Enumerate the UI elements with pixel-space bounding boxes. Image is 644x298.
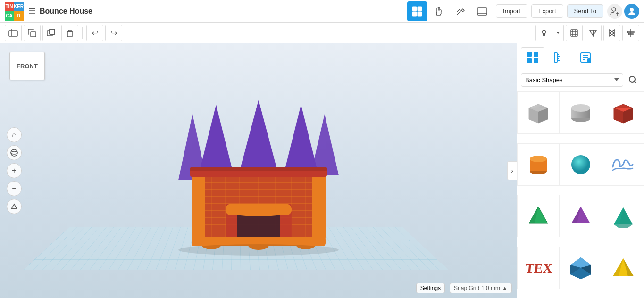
tab-grid[interactable] [521, 47, 544, 68]
svg-rect-67 [226, 204, 292, 215]
flip-btn[interactable] [603, 25, 620, 41]
shape-cylinder-gray[interactable] [560, 91, 602, 134]
shape-pyramid-purple[interactable] [560, 195, 602, 237]
svg-rect-6 [477, 8, 487, 15]
svg-rect-23 [571, 30, 577, 36]
svg-marker-30 [609, 30, 615, 36]
zoom-out-btn[interactable]: − [7, 181, 22, 196]
svg-point-103 [571, 155, 590, 174]
shape-text-red[interactable]: TEXT [517, 247, 560, 289]
align-btn[interactable] [622, 25, 639, 41]
svg-line-22 [547, 30, 547, 30]
nav-mode-icons [407, 1, 492, 21]
zoom-in-btn[interactable]: + [7, 163, 22, 178]
svg-text:TEXT: TEXT [525, 261, 552, 275]
canvas-area[interactable]: FRONT ⌂ + − [0, 43, 517, 298]
camera-controls: ⌂ + − [7, 127, 22, 214]
shape-scribble[interactable] [602, 143, 644, 186]
svg-point-11 [630, 8, 634, 12]
panel-collapse-btn[interactable]: › [507, 161, 517, 180]
svg-rect-74 [534, 52, 538, 57]
svg-marker-28 [590, 30, 593, 36]
shape-category-select[interactable]: Basic Shapes Featured Text & Numbers Con… [521, 73, 623, 87]
snap-grid-label: Snap Grid [454, 285, 479, 291]
toolbar: ↩ ↪ ▾ [0, 23, 644, 43]
svg-rect-3 [418, 12, 422, 16]
user-controls [607, 4, 639, 19]
light-toggle-group: ▾ [535, 25, 564, 41]
shape-sphere-teal[interactable] [560, 143, 602, 186]
import-button[interactable]: Import [496, 4, 527, 18]
tinkercad-logo[interactable]: TIN KER CA D [5, 2, 24, 21]
svg-marker-40 [240, 100, 277, 171]
light-toggle-dropdown[interactable]: ▾ [552, 25, 564, 41]
svg-point-8 [612, 8, 616, 11]
tab-notes[interactable] [574, 47, 597, 68]
shape-prism-teal[interactable] [602, 195, 644, 237]
menu-icon[interactable]: ☰ [28, 6, 36, 17]
shape-pyramid-yellow[interactable] [602, 247, 644, 289]
settings-button[interactable]: Settings [416, 283, 445, 293]
svg-marker-41 [284, 105, 318, 171]
toolbar-right: ▾ [535, 25, 639, 41]
snap-grid-control[interactable]: Snap Grid 1.0 mm ▲ [450, 283, 512, 293]
mirror-btn[interactable] [585, 25, 602, 41]
svg-rect-61 [312, 168, 326, 244]
svg-rect-18 [67, 31, 72, 37]
user-avatar[interactable] [624, 4, 639, 19]
svg-rect-12 [9, 31, 17, 36]
svg-rect-73 [527, 52, 532, 57]
undo-btn[interactable]: ↩ [86, 25, 103, 41]
right-panel: Basic Shapes Featured Text & Numbers Con… [517, 43, 644, 298]
export-button[interactable]: Export [531, 4, 563, 18]
home-view-btn[interactable]: ⌂ [7, 127, 22, 142]
nav-right-actions: Import Export Send To [496, 4, 639, 19]
svg-point-35 [11, 149, 17, 156]
add-user-button[interactable] [607, 4, 622, 19]
sketch-mode-btn[interactable] [566, 25, 583, 41]
snap-chevron-icon: ▲ [502, 285, 508, 291]
svg-point-19 [542, 30, 546, 34]
canvas-bottom-controls: Settings Snap Grid 1.0 mm ▲ [416, 283, 512, 293]
light-toggle-btn[interactable] [535, 25, 552, 41]
svg-marker-29 [593, 30, 596, 36]
shape-box-gray[interactable] [517, 91, 560, 134]
sendto-button[interactable]: Send To [567, 4, 603, 18]
perspective-btn[interactable] [7, 199, 22, 214]
orbit-btn[interactable] [7, 145, 22, 160]
svg-rect-0 [412, 7, 417, 11]
redo-btn[interactable]: ↪ [105, 25, 122, 41]
new-workplane-btn[interactable] [5, 25, 22, 41]
search-shapes-button[interactable] [625, 72, 640, 87]
panel-tabs [517, 43, 644, 68]
front-label: FRONT [9, 52, 45, 80]
svg-marker-86 [587, 58, 590, 62]
duplicate-btn[interactable] [42, 25, 59, 41]
svg-marker-31 [609, 30, 615, 36]
shape-cube-red[interactable] [602, 91, 644, 134]
top-nav: TIN KER CA D ☰ Bounce House [0, 0, 644, 23]
svg-line-21 [541, 30, 541, 30]
svg-point-87 [629, 76, 635, 82]
shape-gem-blue[interactable] [560, 247, 602, 289]
grid-view-btn[interactable] [407, 1, 427, 21]
hand-tool-btn[interactable] [429, 1, 449, 21]
tab-ruler[interactable] [547, 47, 571, 68]
svg-point-102 [530, 156, 547, 162]
svg-rect-16 [50, 29, 55, 34]
svg-rect-63 [190, 167, 327, 171]
svg-marker-39 [200, 105, 233, 171]
sim-btn[interactable] [472, 1, 492, 21]
svg-point-72 [178, 244, 339, 256]
toolbar-sep-1 [82, 27, 83, 39]
shape-cylinder-orange[interactable] [517, 143, 560, 186]
svg-point-36 [11, 151, 17, 154]
project-title: Bounce House [40, 7, 407, 16]
main-area: FRONT ⌂ + − [0, 43, 644, 298]
copy-btn[interactable] [24, 25, 41, 41]
delete-btn[interactable] [61, 25, 78, 41]
svg-rect-60 [192, 168, 205, 244]
svg-rect-1 [418, 7, 422, 11]
shape-pyramid-green[interactable] [517, 195, 560, 237]
pickaxe-btn[interactable] [451, 1, 470, 21]
